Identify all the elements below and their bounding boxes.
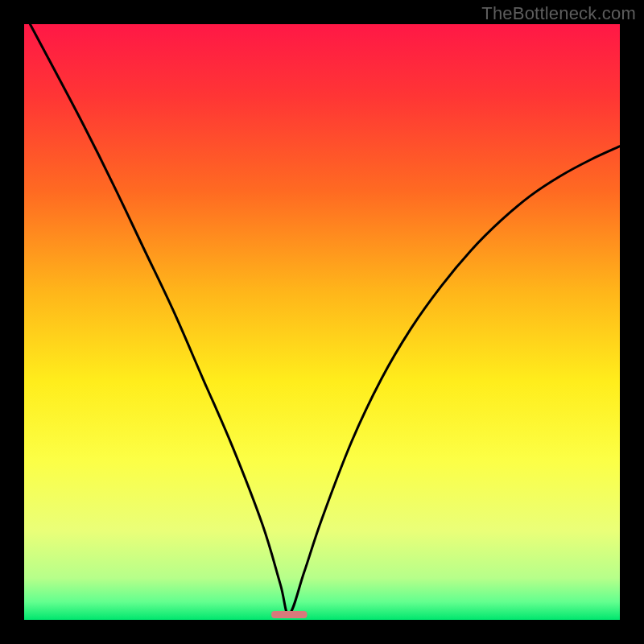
gradient-background bbox=[24, 24, 620, 620]
plot-area bbox=[24, 24, 620, 620]
watermark-text: TheBottleneck.com bbox=[481, 3, 636, 24]
bottleneck-chart bbox=[24, 24, 620, 620]
minimum-marker bbox=[271, 611, 307, 618]
outer-frame: TheBottleneck.com bbox=[0, 0, 644, 644]
